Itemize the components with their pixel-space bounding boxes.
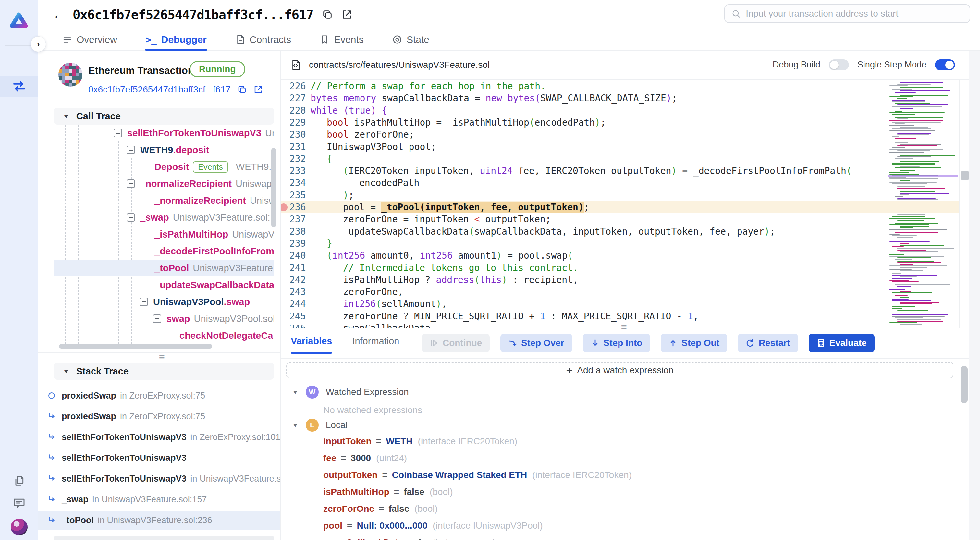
call-trace-header[interactable]: ▼ Call Trace: [54, 108, 274, 124]
code-line-228[interactable]: 228while (true) {: [281, 105, 959, 116]
tab-debugger[interactable]: >_Debugger: [146, 29, 207, 50]
code-line-233[interactable]: 233(IERC20Token inputToken, uint24 fee, …: [281, 165, 959, 177]
line-number[interactable]: 246: [290, 323, 305, 328]
code-line-230[interactable]: 230bool zeroForOne;: [281, 129, 959, 140]
tab-overview[interactable]: Overview: [62, 29, 117, 50]
stack-trace-horizontal-scrollbar[interactable]: [54, 536, 274, 540]
debug-tab-variables[interactable]: Variables: [291, 333, 332, 349]
restart-button[interactable]: Restart: [738, 334, 798, 352]
rail-item-transactions[interactable]: [0, 76, 38, 97]
copy-hash-icon[interactable]: [237, 85, 247, 94]
stack-trace-header[interactable]: ▼ Stack Trace: [54, 363, 274, 380]
variable-group-local[interactable]: ▼LLocal: [292, 419, 348, 432]
step-out-button[interactable]: Step Out: [661, 334, 727, 352]
code-line-229[interactable]: 229bool isPathMultiHop = _isPathMultiHop…: [281, 116, 959, 129]
code-line-235[interactable]: 235);: [281, 189, 959, 201]
line-number[interactable]: 240: [290, 250, 305, 261]
tab-state[interactable]: State: [392, 29, 429, 50]
stack-frame[interactable]: sellEthForTokenToUniswapV3: [38, 449, 281, 467]
code-line-245[interactable]: 245zeroForOne ? MIN_PRICE_SQRT_RATIO + 1…: [281, 310, 959, 322]
back-button[interactable]: ←: [52, 8, 65, 21]
code-line-240[interactable]: 240(int256 amount0, int256 amount1) = po…: [281, 250, 959, 261]
code-line-239[interactable]: 239}: [281, 237, 959, 250]
open-hash-icon[interactable]: [253, 85, 263, 94]
call-trace-item[interactable]: UniswapV3Pool.swap: [54, 293, 274, 310]
code-line-242[interactable]: 242isPathMultiHop ? address(this) : reci…: [281, 274, 959, 286]
line-number[interactable]: 237: [290, 214, 305, 225]
call-trace-item[interactable]: DepositEventsWETH9.sol:4: [54, 158, 274, 175]
breakpoint-icon[interactable]: [281, 204, 288, 211]
collapse-box-icon[interactable]: [153, 314, 161, 323]
feedback-chat-icon[interactable]: [13, 497, 25, 510]
stack-frame[interactable]: _swapin UniswapV3Feature.sol:157: [38, 490, 281, 509]
tab-contracts[interactable]: Contracts: [235, 29, 291, 50]
line-number[interactable]: 228: [290, 105, 305, 116]
code-line-236[interactable]: 236pool = _toPool(inputToken, fee, outpu…: [281, 201, 959, 213]
call-trace-item[interactable]: sellEthForTokenToUniswapV3Unis: [54, 124, 274, 142]
transaction-search[interactable]: [724, 4, 970, 23]
variable-row-swapCallbackData[interactable]: swapCallbackData=0x(bytes memory): [323, 537, 496, 540]
variable-row-pool[interactable]: pool=Null: 0x000...000(interface IUniswa…: [323, 521, 543, 531]
code-line-231[interactable]: 231IUniswapV3Pool pool;: [281, 141, 959, 153]
line-number[interactable]: 231: [290, 142, 305, 152]
variable-row-inputToken[interactable]: inputToken=WETH(interface IERC20Token): [323, 436, 517, 446]
collapse-box-icon[interactable]: [127, 180, 135, 188]
call-trace-item[interactable]: _swapUniswapV3Feature.sol:157: [54, 209, 274, 226]
code-line-226[interactable]: 226// Perform a swap for each hop in the…: [281, 80, 959, 92]
code-scrollbar[interactable]: [961, 171, 969, 180]
code-line-227[interactable]: 227bytes memory swapCallbackData = new b…: [281, 92, 959, 104]
user-avatar[interactable]: [11, 519, 28, 535]
call-trace-item[interactable]: _isPathMultiHopUniswapV3F: [54, 226, 274, 243]
evaluate-button[interactable]: Evaluate: [809, 334, 875, 352]
line-number[interactable]: 227: [290, 93, 305, 104]
debug-build-toggle[interactable]: [829, 59, 849, 70]
variables-scrollbar[interactable]: [961, 366, 968, 403]
code-line-244[interactable]: 244int256(sellAmount),: [281, 298, 959, 310]
collapse-box-icon[interactable]: [140, 298, 148, 306]
line-number[interactable]: 244: [290, 299, 305, 309]
collapse-box-icon[interactable]: [127, 213, 135, 221]
call-trace-item-selected[interactable]: _toPoolUniswapV3Feature.so: [54, 260, 274, 277]
step-over-button[interactable]: Step Over: [500, 334, 572, 352]
transaction-hash-link[interactable]: 0x6c1fb7ef5265447d1baff3cf...f617: [88, 84, 231, 95]
search-input[interactable]: [746, 8, 963, 19]
code-line-241[interactable]: 241// Intermediate tokens go to this con…: [281, 262, 959, 274]
line-number[interactable]: 241: [290, 263, 305, 273]
line-number[interactable]: 245: [290, 311, 305, 322]
stack-frame[interactable]: sellEthForTokenToUniswapV3in UniswapV3Fe…: [38, 469, 281, 488]
call-trace-item[interactable]: _updateSwapCallbackDataU: [54, 277, 274, 293]
step-into-button[interactable]: Step Into: [583, 334, 650, 352]
variable-row-outputToken[interactable]: outputToken=Coinbase Wrapped Staked ETH(…: [323, 470, 632, 480]
line-number[interactable]: 236: [290, 202, 305, 213]
call-trace-item[interactable]: _normalizeRecipientUniswa: [54, 192, 274, 209]
code-line-243[interactable]: 243zeroForOne,: [281, 286, 959, 298]
line-number[interactable]: 238: [290, 226, 305, 237]
collapse-box-icon[interactable]: [114, 129, 122, 137]
line-number[interactable]: 232: [290, 153, 305, 164]
line-number[interactable]: 243: [290, 287, 305, 297]
call-trace-vertical-scrollbar[interactable]: [271, 148, 276, 227]
variable-row-isPathMultiHop[interactable]: isPathMultiHop=false(bool): [323, 487, 453, 497]
sidebar-expand-button[interactable]: ›: [30, 37, 46, 52]
code-line-246[interactable]: 246swapCallbackData: [281, 322, 959, 328]
variable-row-zeroForOne[interactable]: zeroForOne=false(bool): [323, 503, 438, 514]
code-line-232[interactable]: 232{: [281, 153, 959, 165]
call-trace-item[interactable]: _normalizeRecipientUniswapV3: [54, 175, 274, 192]
external-link-icon[interactable]: [341, 9, 352, 20]
variable-row-fee[interactable]: fee=3000(uint24): [323, 453, 407, 464]
documents-icon[interactable]: [13, 475, 25, 487]
call-trace-item[interactable]: swapUniswapV3Pool.sol:5: [54, 310, 274, 327]
line-number[interactable]: 234: [290, 177, 305, 188]
call-trace-item[interactable]: checkNotDelegateCa: [54, 327, 274, 344]
collapse-box-icon[interactable]: [127, 146, 135, 154]
line-number[interactable]: 242: [290, 274, 305, 285]
call-trace-item[interactable]: _decodeFirstPoolInfoFromPa: [54, 243, 274, 260]
debug-tab-information[interactable]: Information: [352, 333, 399, 349]
stack-frame-selected[interactable]: _toPoolin UniswapV3Feature.sol:236: [38, 511, 281, 530]
call-trace-horizontal-scrollbar[interactable]: [59, 344, 212, 349]
code-line-237[interactable]: 237zeroForOne = inputToken < outputToken…: [281, 213, 959, 225]
line-number[interactable]: 230: [290, 129, 305, 140]
line-number[interactable]: 239: [290, 238, 305, 249]
tab-events[interactable]: Events: [320, 29, 364, 50]
stack-frame[interactable]: sellEthForTokenToUniswapV3in ZeroExProxy…: [38, 428, 281, 446]
